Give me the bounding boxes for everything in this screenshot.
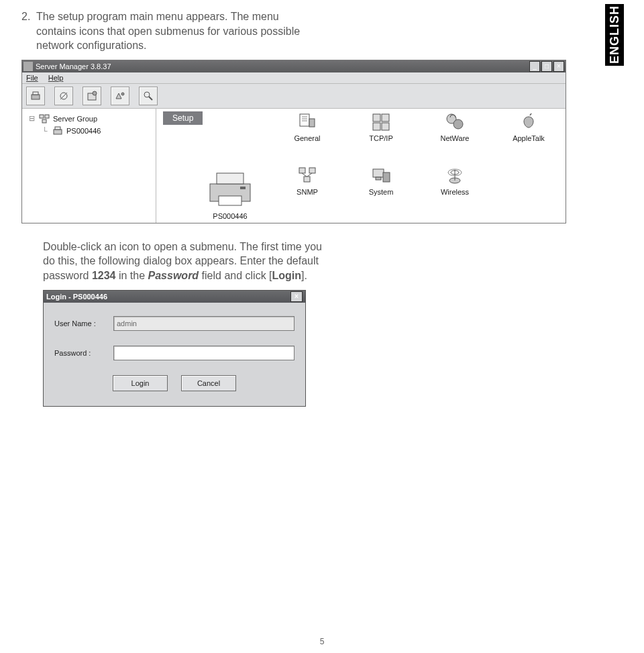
svg-rect-21 xyxy=(373,123,380,130)
maximize-button[interactable]: □ xyxy=(541,61,552,72)
printer-icon xyxy=(200,169,260,209)
page-number: 5 xyxy=(0,637,644,646)
print-server-icon xyxy=(52,125,64,136)
svg-rect-28 xyxy=(240,187,246,189)
svg-rect-27 xyxy=(219,196,241,205)
svg-rect-31 xyxy=(304,177,310,182)
svg-rect-34 xyxy=(373,169,384,177)
mid-paragraph: Double-click an icon to open a submenu. … xyxy=(43,240,331,283)
menu-help[interactable]: Help xyxy=(48,74,64,82)
svg-point-7 xyxy=(144,92,150,97)
step-text: The setup program main menu appears. The… xyxy=(36,9,318,53)
username-row: User Name : admin xyxy=(54,316,294,331)
content-panel: Setup General TCP/IP xyxy=(156,109,566,223)
icon-ps-label: PS000446 xyxy=(213,212,247,220)
password-field[interactable] xyxy=(113,346,294,360)
mid-p2g: ]. xyxy=(301,270,307,281)
svg-point-24 xyxy=(453,119,463,129)
snmp-icon xyxy=(296,165,319,185)
login-close-button[interactable]: × xyxy=(290,291,303,302)
toolbar-button-5[interactable] xyxy=(139,87,158,105)
window-title: Server Manager 3.8.37 xyxy=(36,62,529,70)
svg-rect-19 xyxy=(373,114,380,121)
toolbar-button-1[interactable] xyxy=(26,87,45,105)
icon-general[interactable]: General xyxy=(270,111,344,142)
step-2: 2. The setup program main menu appears. … xyxy=(21,9,617,53)
minimize-button[interactable]: _ xyxy=(529,61,540,72)
icon-tcpip-label: TCP/IP xyxy=(369,134,392,142)
svg-rect-20 xyxy=(382,114,389,121)
mid-p2-password: Password xyxy=(148,270,199,281)
password-row: Password : xyxy=(54,346,294,360)
svg-rect-26 xyxy=(217,173,244,184)
server-manager-window: Server Manager 3.8.37 _ □ × File Help xyxy=(21,60,566,223)
tree-line: └ xyxy=(38,127,52,135)
login-dialog: Login - PS000446 × User Name : admin Pas… xyxy=(43,290,306,407)
close-button[interactable]: × xyxy=(553,61,564,72)
icon-snmp[interactable]: SNMP xyxy=(270,165,344,196)
toolbar-button-4[interactable] xyxy=(111,87,129,105)
tree-child[interactable]: └ PS000446 xyxy=(25,125,153,137)
svg-rect-35 xyxy=(376,177,381,180)
server-group-icon xyxy=(38,113,50,124)
wireless-icon xyxy=(443,165,466,185)
step-number: 2. xyxy=(21,9,36,24)
icon-wireless-label: Wireless xyxy=(441,188,469,196)
tcpip-icon xyxy=(370,111,392,132)
step-line1: The setup program main menu appears. xyxy=(36,11,227,22)
language-tab-label: ENGLISH xyxy=(608,5,622,64)
language-tab: ENGLISH xyxy=(605,4,624,66)
svg-rect-18 xyxy=(309,119,315,127)
svg-rect-10 xyxy=(45,115,49,118)
tree-collapse-icon[interactable]: ⊟ xyxy=(25,114,38,123)
tree-panel: ⊟ Server Group └ PS000446 xyxy=(22,109,156,223)
svg-rect-1 xyxy=(33,92,38,95)
icon-system-label: System xyxy=(369,188,394,196)
svg-rect-30 xyxy=(309,168,315,173)
app-icon xyxy=(23,62,33,71)
svg-rect-13 xyxy=(55,127,60,130)
svg-line-33 xyxy=(307,173,312,177)
icon-snmp-label: SNMP xyxy=(297,188,318,196)
svg-rect-22 xyxy=(382,123,389,130)
username-label: User Name : xyxy=(54,319,113,328)
mid-p2-login: Login xyxy=(272,270,302,281)
menu-file[interactable]: File xyxy=(26,74,38,82)
system-icon xyxy=(370,165,392,185)
login-button[interactable]: Login xyxy=(113,375,168,391)
mid-p2e: field and click [ xyxy=(199,270,272,281)
mid-p1: Double-click an icon to open a submenu. xyxy=(43,241,237,252)
mid-p2-1234: 1234 xyxy=(92,270,116,281)
icon-system[interactable]: System xyxy=(344,165,418,196)
svg-rect-29 xyxy=(299,168,305,173)
icon-netware[interactable]: NetWare xyxy=(418,111,492,142)
tree-root[interactable]: ⊟ Server Group xyxy=(25,113,153,125)
icon-appletalk[interactable]: AppleTalk xyxy=(492,111,566,142)
svg-point-5 xyxy=(93,91,97,95)
appletalk-icon xyxy=(517,111,540,132)
svg-rect-0 xyxy=(32,95,40,99)
tree-child-label: PS000446 xyxy=(66,127,101,135)
login-titlebar: Login - PS000446 × xyxy=(44,291,305,303)
icon-netware-label: NetWare xyxy=(441,134,470,142)
toolbar-button-3[interactable] xyxy=(83,87,101,105)
svg-rect-9 xyxy=(40,115,44,118)
svg-line-8 xyxy=(149,97,152,100)
icon-appletalk-label: AppleTalk xyxy=(513,134,545,142)
icon-general-label: General xyxy=(294,134,320,142)
cancel-button[interactable]: Cancel xyxy=(181,375,236,391)
svg-rect-12 xyxy=(54,130,62,134)
icon-tcpip[interactable]: TCP/IP xyxy=(344,111,418,142)
svg-line-32 xyxy=(302,173,307,177)
mid-p2c: in the xyxy=(116,270,148,281)
username-field[interactable]: admin xyxy=(113,316,294,331)
login-title: Login - PS000446 xyxy=(46,293,290,301)
toolbar-button-2[interactable] xyxy=(54,87,73,105)
svg-rect-14 xyxy=(300,114,309,126)
icon-ps[interactable]: PS000446 xyxy=(190,165,270,220)
general-icon xyxy=(296,111,319,132)
svg-rect-36 xyxy=(383,172,390,182)
password-label: Password : xyxy=(54,349,113,357)
icon-wireless[interactable]: Wireless xyxy=(418,165,492,196)
svg-rect-11 xyxy=(42,119,46,123)
